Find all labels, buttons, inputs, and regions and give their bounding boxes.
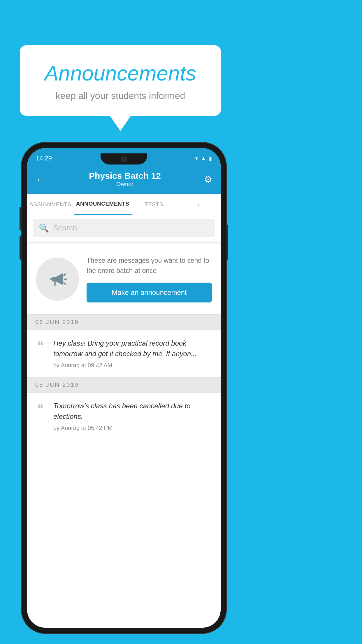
front-camera	[121, 156, 127, 162]
tab-tests[interactable]: TESTS	[132, 194, 176, 215]
status-icons: ▾ ▲ ▮	[195, 155, 212, 162]
battery-icon: ▮	[209, 155, 212, 162]
announcement-text-1: Hey class! Bring your practical record b…	[53, 338, 212, 359]
tab-more[interactable]: ›	[176, 194, 221, 215]
app-header: ← Physics Batch 12 Owner ⚙	[27, 166, 221, 194]
megaphone-circle	[36, 258, 79, 301]
megaphone-icon	[46, 267, 69, 291]
make-announcement-button[interactable]: Make an announcement	[87, 283, 212, 302]
phone-screen: 14:29 ▾ ▲ ▮ ← Physics Batch 12 Owner ⚙	[27, 148, 221, 628]
bubble-title: Announcements	[31, 61, 209, 85]
intro-card: These are messages you want to send to t…	[27, 244, 221, 314]
date-separator-2: 05 JUN 2019	[27, 377, 221, 393]
search-bar[interactable]: 🔍 Search	[33, 219, 215, 237]
search-bar-container: 🔍 Search	[27, 215, 221, 241]
tab-assignments[interactable]: ASSIGNMENTS	[27, 194, 74, 215]
back-button[interactable]: ←	[35, 173, 46, 186]
header-title: Physics Batch 12	[89, 171, 161, 181]
volume-up-button	[20, 207, 22, 230]
signal-icon: ▲	[201, 155, 206, 162]
announcement-item-1[interactable]: ❝ Hey class! Bring your practical record…	[27, 330, 221, 377]
svg-rect-3	[54, 281, 56, 286]
announcement-meta-1: by Anurag at 09:42 AM	[53, 362, 212, 369]
quote-icon-1: ❝	[33, 339, 48, 352]
tab-bar: ASSIGNMENTS ANNOUNCEMENTS TESTS ›	[27, 194, 221, 215]
announcement-text-2: Tomorrow's class has been cancelled due …	[53, 401, 212, 422]
intro-text-area: These are messages you want to send to t…	[87, 256, 212, 302]
tab-announcements[interactable]: ANNOUNCEMENTS	[74, 194, 132, 215]
intro-description: These are messages you want to send to t…	[87, 256, 212, 276]
speech-bubble-container: Announcements keep all your students inf…	[20, 45, 221, 116]
screen-content: 🔍 Search	[27, 215, 221, 440]
search-placeholder: Search	[53, 223, 77, 232]
status-time: 14:29	[36, 155, 52, 162]
date-separator-1: 06 JUN 2019	[27, 314, 221, 330]
power-button	[226, 225, 228, 260]
phone-frame: 14:29 ▾ ▲ ▮ ← Physics Batch 12 Owner ⚙	[22, 143, 226, 633]
quote-icon-2: ❝	[33, 402, 48, 415]
svg-line-2	[64, 283, 66, 284]
header-subtitle: Owner	[89, 181, 161, 188]
announcement-content-2: Tomorrow's class has been cancelled due …	[53, 401, 212, 431]
volume-down-button	[20, 236, 22, 260]
phone-notch	[101, 153, 147, 164]
header-center: Physics Batch 12 Owner	[89, 171, 161, 188]
announcement-item-2[interactable]: ❝ Tomorrow's class has been cancelled du…	[27, 393, 221, 440]
announcement-content-1: Hey class! Bring your practical record b…	[53, 338, 212, 369]
settings-icon[interactable]: ⚙	[204, 174, 212, 185]
search-icon: 🔍	[39, 223, 49, 233]
bubble-subtitle: keep all your students informed	[31, 90, 209, 101]
wifi-icon: ▾	[195, 155, 198, 162]
speech-bubble: Announcements keep all your students inf…	[20, 45, 221, 116]
announcement-meta-2: by Anurag at 05:42 PM	[53, 425, 212, 431]
phone-outer: 14:29 ▾ ▲ ▮ ← Physics Batch 12 Owner ⚙	[22, 143, 226, 633]
svg-line-0	[64, 274, 66, 276]
